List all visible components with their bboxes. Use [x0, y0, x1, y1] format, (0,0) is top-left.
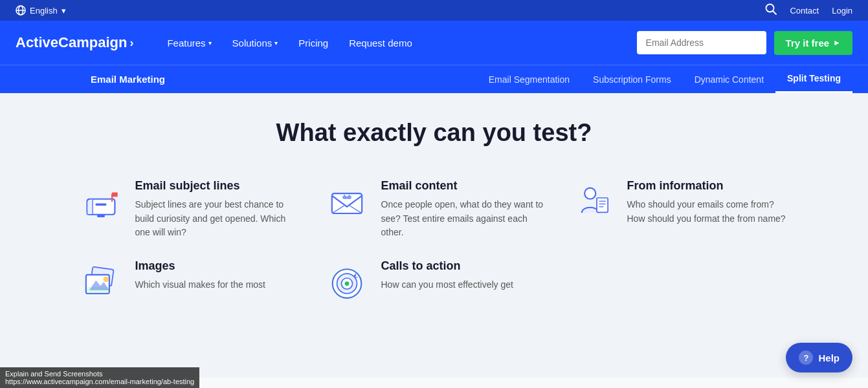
- target-icon: [324, 259, 370, 305]
- subnav-split-testing[interactable]: Split Testing: [775, 65, 852, 93]
- page-heading: What exactly can you test?: [13, 119, 855, 147]
- from-info-title: From information: [627, 179, 790, 193]
- solutions-caret: ▾: [274, 39, 278, 47]
- footer-hint-line1: Explain and Send Screenshots: [5, 370, 194, 378]
- subnav-dynamic-content[interactable]: Dynamic Content: [683, 67, 775, 92]
- svg-rect-8: [112, 192, 118, 197]
- images-desc: Which visual makes for the most: [135, 278, 266, 292]
- svg-rect-6: [95, 204, 106, 206]
- svg-rect-9: [97, 215, 105, 217]
- nav-features[interactable]: Features ▾: [159, 32, 219, 54]
- contact-link[interactable]: Contact: [790, 6, 819, 16]
- cta-text: Calls to action How can you most effecti…: [381, 259, 513, 292]
- cta-title: Calls to action: [381, 259, 513, 273]
- language-selector[interactable]: English ▾: [16, 5, 66, 16]
- from-info-desc: Who should your emails come from? How sh…: [627, 198, 790, 226]
- globe-icon: [16, 5, 26, 16]
- email-content-desc: Once people open, what do they want to s…: [381, 198, 544, 240]
- subnav-subscription-forms[interactable]: Subscription Forms: [581, 67, 683, 92]
- feature-subject-lines: Email subject lines Subject lines are yo…: [78, 179, 298, 240]
- help-label: Help: [818, 352, 840, 363]
- email-input[interactable]: [637, 31, 766, 54]
- sub-nav: Email Marketing Email Segmentation Subsc…: [0, 65, 868, 93]
- sub-nav-links: Email Segmentation Subscription Forms Dy…: [477, 65, 852, 93]
- footer-hint: Explain and Send Screenshots https://www…: [0, 367, 199, 378]
- top-bar: English ▾ Contact Login: [0, 0, 868, 21]
- email-content-text: Email content Once people open, what do …: [381, 179, 544, 240]
- svg-rect-22: [85, 287, 109, 294]
- subnav-email-segmentation[interactable]: Email Segmentation: [477, 67, 581, 92]
- language-caret: ▾: [61, 6, 66, 16]
- feature-cta: Calls to action How can you most effecti…: [324, 259, 544, 305]
- features-grid: Email subject lines Subject lines are yo…: [78, 179, 790, 305]
- svg-point-13: [584, 188, 595, 199]
- images-text: Images Which visual makes for the most: [135, 259, 266, 292]
- nav-request-demo[interactable]: Request demo: [341, 32, 420, 54]
- svg-rect-14: [597, 198, 608, 212]
- subject-lines-desc: Subject lines are your best chance to bu…: [135, 198, 298, 240]
- try-arrow: ►: [833, 38, 841, 47]
- login-link[interactable]: Login: [832, 6, 852, 16]
- email-content-title: Email content: [381, 179, 544, 193]
- svg-line-4: [773, 11, 776, 14]
- try-free-button[interactable]: Try it free ►: [774, 31, 852, 55]
- images-title: Images: [135, 259, 266, 273]
- image-frame-icon: [78, 259, 124, 305]
- top-bar-right: Contact Login: [765, 3, 852, 18]
- help-button[interactable]: ? Help: [786, 343, 852, 372]
- section-label: Email Marketing: [91, 74, 165, 85]
- feature-from-info: From information Who should your emails …: [570, 179, 790, 240]
- svg-point-26: [344, 281, 349, 286]
- feature-email-content: Email content Once people open, what do …: [324, 179, 544, 240]
- nav-pricing[interactable]: Pricing: [291, 32, 336, 54]
- nav-solutions[interactable]: Solutions ▾: [225, 32, 286, 54]
- subject-lines-text: Email subject lines Subject lines are yo…: [135, 179, 298, 240]
- logo[interactable]: ActiveCampaign ›: [16, 34, 133, 51]
- search-icon[interactable]: [765, 3, 777, 18]
- nav-links: Features ▾ Solutions ▾ Pricing Request d…: [159, 32, 636, 54]
- cta-desc: How can you most effectively get: [381, 278, 513, 292]
- subject-lines-title: Email subject lines: [135, 179, 298, 193]
- logo-text: ActiveCampaign: [16, 34, 127, 51]
- language-label: English: [30, 6, 58, 16]
- main-content: What exactly can you test?: [0, 93, 868, 378]
- features-caret: ▾: [208, 39, 212, 47]
- feature-images: Images Which visual makes for the most: [78, 259, 298, 305]
- person-icon: [570, 179, 616, 224]
- mailbox-icon: [78, 179, 124, 224]
- logo-arrow: ›: [129, 36, 133, 50]
- nav-right: Try it free ►: [637, 31, 852, 55]
- from-info-text: From information Who should your emails …: [627, 179, 790, 226]
- help-question-mark: ?: [799, 350, 813, 365]
- main-nav: ActiveCampaign › Features ▾ Solutions ▾ …: [0, 21, 868, 65]
- envelope-icon: [324, 179, 370, 224]
- svg-point-21: [103, 276, 109, 282]
